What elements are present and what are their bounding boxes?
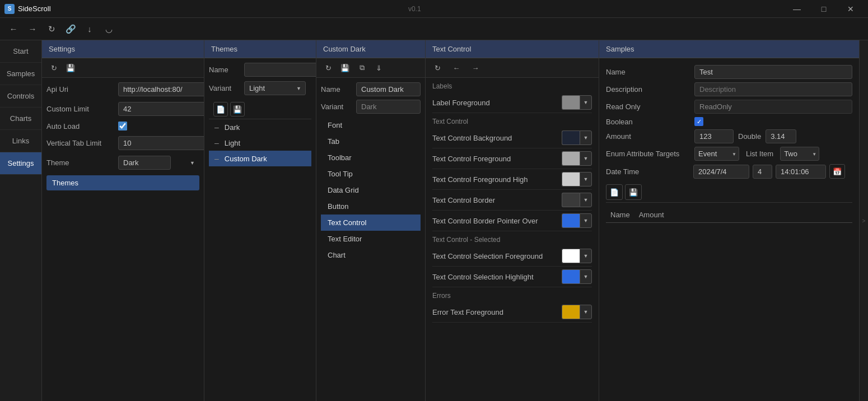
sidebar-item-settings[interactable]: Settings [0, 152, 41, 175]
enum-event-select[interactable]: Event Class Method [694, 147, 739, 161]
cd-item-tab[interactable]: Tab [321, 133, 421, 150]
cd-item-data-grid[interactable]: Data Grid [321, 182, 421, 198]
custom-limit-input[interactable] [118, 102, 204, 116]
themes-panel-header: Themes [204, 40, 316, 58]
dark-minus-icon: – [214, 123, 219, 132]
samples-description-input[interactable] [694, 82, 852, 96]
refresh-button[interactable]: ↻ [44, 21, 59, 37]
theme-select[interactable]: Dark Light Custom Dark [118, 156, 171, 170]
tc-refresh-button[interactable]: ↻ [430, 60, 445, 75]
cd-item-chart[interactable]: Chart [321, 247, 421, 263]
samples-new-button[interactable]: 📄 [606, 184, 623, 200]
samples-name-row: Name [606, 65, 852, 79]
main-layout: Start Samples Controls Charts Links Sett… [0, 40, 868, 401]
back-button[interactable]: ← [6, 21, 21, 37]
tc-background-dropdown[interactable]: ▼ [580, 130, 592, 145]
cd-export-button[interactable]: ⇓ [371, 60, 386, 75]
tc-foreground-high-swatch[interactable] [562, 172, 580, 186]
tc-sel-fg-swatch[interactable] [562, 249, 580, 263]
datetime-calendar-button[interactable]: 📅 [829, 164, 845, 179]
forward-button[interactable]: → [25, 21, 40, 37]
sidebar-item-links[interactable]: Links [0, 130, 41, 152]
enum-two-select[interactable]: One Two Three [780, 147, 819, 161]
themes-save-button[interactable]: 💾 [230, 102, 245, 116]
tc-border-dropdown[interactable]: ▼ [580, 193, 592, 207]
theme-item-custom-dark[interactable]: – Custom Dark [209, 151, 311, 166]
cd-save-button[interactable]: 💾 [338, 60, 352, 75]
label-foreground-swatch[interactable] [562, 95, 580, 110]
settings-panel-header: Settings [42, 40, 204, 58]
samples-datetime-date-input[interactable] [693, 165, 749, 179]
tc-background-label: Text Control Background [432, 134, 562, 142]
theme-item-light[interactable]: – Light [209, 135, 311, 151]
api-uri-input[interactable] [118, 82, 204, 96]
tc-sel-highlight-dropdown[interactable]: ▼ [580, 269, 592, 284]
cd-item-button[interactable]: Button [321, 198, 421, 215]
samples-double-input[interactable] [766, 129, 796, 143]
right-panel-handle[interactable]: > [859, 40, 868, 401]
settings-panel-content: Api Uri Custom Limit Auto Load Vertical … [42, 78, 204, 401]
error-text-fg-swatch[interactable] [562, 305, 580, 319]
samples-name-input[interactable] [694, 65, 852, 79]
themes-new-button[interactable]: 📄 [213, 102, 228, 116]
close-button[interactable]: ✕ [838, 0, 864, 18]
auto-load-checkbox[interactable] [118, 122, 127, 130]
themes-nav-item[interactable]: Themes [46, 175, 199, 190]
custom-dark-minus-icon: – [214, 154, 219, 163]
samples-datetime-time-input[interactable] [776, 165, 826, 179]
tc-border-swatch[interactable] [562, 193, 580, 207]
app-icon: S [4, 4, 15, 14]
tc-redo-button[interactable]: → [468, 60, 483, 75]
vertical-tab-limit-input[interactable] [118, 136, 204, 150]
table-col-name: Name [606, 209, 634, 220]
cd-variant-input[interactable] [356, 100, 421, 114]
cd-item-toolbar[interactable]: Toolbar [321, 150, 421, 166]
sidebar-item-controls[interactable]: Controls [0, 85, 41, 108]
samples-amount-input[interactable] [694, 129, 734, 143]
tc-border-pointer-dropdown[interactable]: ▼ [580, 213, 592, 228]
custom-limit-row: Custom Limit [46, 102, 199, 116]
sidebar-item-samples[interactable]: Samples [0, 63, 41, 85]
cd-copy-button[interactable]: ⧉ [354, 60, 369, 75]
samples-panel-title: Samples [606, 45, 634, 53]
label-foreground-row: Label Foreground ▼ [432, 92, 592, 113]
samples-boolean-checkbox[interactable]: ✓ [694, 117, 703, 126]
theme-name-input[interactable] [244, 63, 316, 77]
settings-save-button[interactable]: 💾 [63, 60, 78, 75]
cd-item-tooltip[interactable]: Tool Tip [321, 166, 421, 182]
themes-list: – Dark – Light – Custom Dark [209, 119, 311, 166]
cd-refresh-button[interactable]: ↻ [321, 60, 335, 75]
tc-foreground-swatch[interactable] [562, 151, 580, 166]
theme-variant-select[interactable]: Light Dark [244, 81, 306, 95]
samples-save-button[interactable]: 💾 [625, 184, 642, 200]
tc-background-swatch[interactable] [562, 130, 580, 145]
samples-readonly-row: Read Only [606, 100, 852, 114]
tc-sel-fg-dropdown[interactable]: ▼ [580, 249, 592, 263]
maximize-button[interactable]: □ [811, 0, 837, 18]
tc-foreground-dropdown[interactable]: ▼ [580, 151, 592, 166]
tc-foreground-high-dropdown[interactable]: ▼ [580, 172, 592, 186]
samples-amount-row: Amount Double [606, 129, 852, 143]
settings-undo-button[interactable]: ↻ [46, 60, 61, 75]
theme-row: Theme Dark Light Custom Dark [46, 156, 199, 170]
theme-item-dark[interactable]: – Dark [209, 119, 311, 135]
cd-item-text-editor[interactable]: Text Editor [321, 231, 421, 247]
cd-item-font[interactable]: Font [321, 117, 421, 133]
sidebar-item-start[interactable]: Start [0, 40, 41, 63]
samples-datetime-day-input[interactable] [753, 165, 772, 179]
download-button[interactable]: ↓ [82, 21, 97, 37]
cd-item-text-control[interactable]: Text Control [321, 215, 421, 231]
error-text-fg-dropdown[interactable]: ▼ [580, 305, 592, 319]
label-foreground-dropdown[interactable]: ▼ [580, 95, 592, 110]
themes-toolbar: 📄 💾 [209, 100, 311, 119]
app-logo: S SideScroll [4, 4, 51, 14]
sidebar-item-charts[interactable]: Charts [0, 108, 41, 130]
link-button[interactable]: 🔗 [63, 21, 78, 37]
tc-background-picker: ▼ [562, 130, 592, 145]
select-button[interactable]: ◡ [101, 21, 116, 37]
minimize-button[interactable]: — [784, 0, 810, 18]
samples-description-label: Description [606, 85, 690, 94]
tc-border-pointer-swatch[interactable] [562, 213, 580, 228]
tc-sel-highlight-swatch[interactable] [562, 269, 580, 284]
tc-undo-button[interactable]: ← [449, 60, 464, 75]
